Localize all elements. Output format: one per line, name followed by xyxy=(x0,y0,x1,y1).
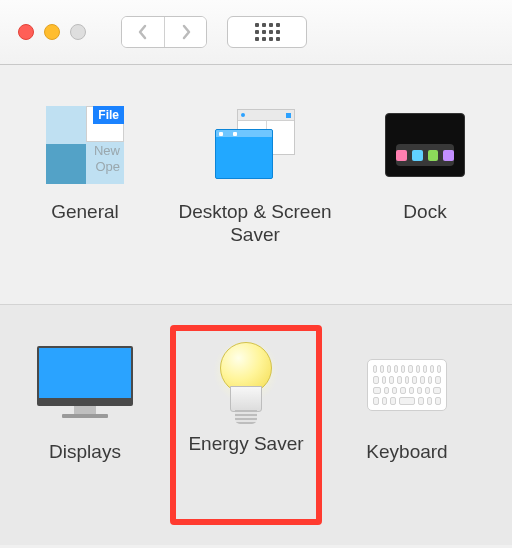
pref-item-desktop-screensaver[interactable]: Desktop & Screen Saver xyxy=(170,105,340,304)
dock-icon xyxy=(385,113,465,177)
keyboard-icon xyxy=(367,359,447,411)
chevron-left-icon xyxy=(136,23,150,41)
pref-item-keyboard[interactable]: Keyboard xyxy=(322,345,492,545)
traffic-lights xyxy=(18,24,86,40)
energy-saver-icon xyxy=(217,342,275,428)
pref-item-dock[interactable]: Dock xyxy=(340,105,510,304)
back-button[interactable] xyxy=(122,17,164,47)
pref-label-keyboard: Keyboard xyxy=(366,441,447,464)
close-window-button[interactable] xyxy=(18,24,34,40)
pref-label-general: General xyxy=(51,201,119,224)
pref-label-dock: Dock xyxy=(403,201,446,224)
pref-label-desktop-screensaver: Desktop & Screen Saver xyxy=(170,201,340,247)
pref-item-general[interactable]: File New Ope General xyxy=(0,105,170,304)
pref-label-energy-saver: Energy Saver xyxy=(188,433,303,456)
prefs-row-2: Displays Energy Saver Keyboard xyxy=(0,305,512,545)
desktop-screensaver-icon xyxy=(215,109,295,181)
chevron-right-icon xyxy=(179,23,193,41)
displays-icon xyxy=(37,346,133,424)
grid-icon xyxy=(255,23,280,41)
file-tag: File xyxy=(93,106,124,124)
general-icon-text: Ope xyxy=(95,160,120,174)
general-icon-text: New xyxy=(94,144,120,158)
nav-button-group xyxy=(121,16,207,48)
minimize-window-button[interactable] xyxy=(44,24,60,40)
show-all-button[interactable] xyxy=(227,16,307,48)
pref-item-energy-saver[interactable]: Energy Saver xyxy=(170,325,322,525)
pref-item-displays[interactable]: Displays xyxy=(0,345,170,545)
forward-button[interactable] xyxy=(164,17,206,47)
general-icon: File New Ope xyxy=(46,106,124,184)
pref-label-displays: Displays xyxy=(49,441,121,464)
prefs-row-1: File New Ope General Desktop & Screen Sa… xyxy=(0,65,512,305)
zoom-window-button[interactable] xyxy=(70,24,86,40)
window-titlebar xyxy=(0,0,512,65)
